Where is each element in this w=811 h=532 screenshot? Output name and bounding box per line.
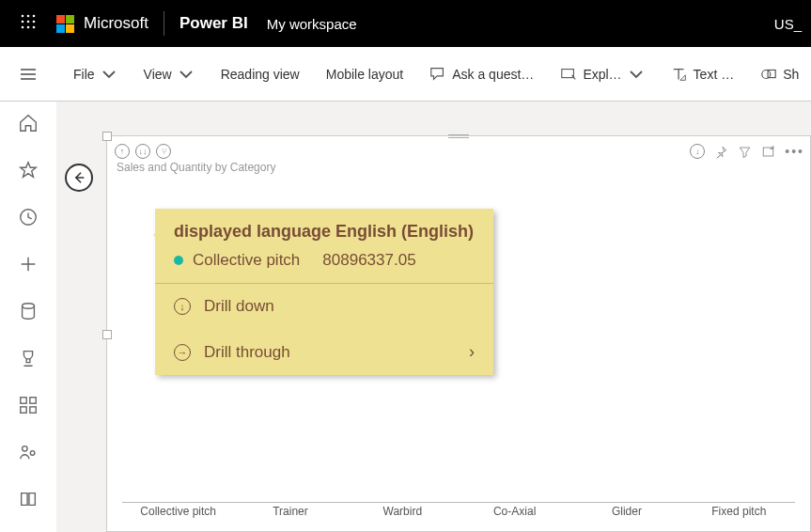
svg-point-22 — [30, 451, 35, 456]
svg-point-0 — [22, 14, 24, 17]
tooltip-series: Collective pitch — [193, 251, 300, 270]
brand-text: Microsoft — [84, 14, 148, 33]
explore-menu[interactable]: Expl… — [547, 47, 657, 101]
svg-rect-17 — [21, 398, 26, 403]
svg-rect-12 — [562, 69, 574, 77]
visual-title: Sales and Quantity by Category — [117, 161, 275, 174]
toolbar: File View Reading view Mobile layout Ask… — [0, 47, 811, 102]
home-icon[interactable] — [18, 113, 39, 133]
view-menu[interactable]: View — [131, 47, 208, 101]
recent-icon[interactable] — [18, 207, 39, 227]
svg-point-16 — [23, 304, 35, 309]
microsoft-logo[interactable]: Microsoft — [56, 14, 148, 33]
filter-icon[interactable] — [738, 145, 752, 159]
workspace-name[interactable]: My workspace — [267, 16, 357, 32]
drill-down-label: Drill down — [204, 297, 274, 316]
divider — [164, 11, 164, 36]
file-menu[interactable]: File — [60, 47, 131, 101]
mobile-layout-label: Mobile layout — [326, 67, 404, 82]
drill-through-icon: → — [174, 344, 191, 361]
svg-point-21 — [23, 446, 27, 452]
svg-rect-20 — [30, 407, 36, 413]
chevron-right-icon: › — [469, 342, 475, 362]
visual-header: ↑ ↓↓ ⑂ ↓ ••• — [115, 142, 804, 161]
back-button[interactable] — [65, 164, 93, 192]
svg-point-8 — [33, 25, 36, 28]
drill-through-action[interactable]: → Drill through › — [155, 329, 493, 375]
shapes-button[interactable]: Sh — [747, 47, 811, 101]
svg-rect-18 — [30, 398, 36, 403]
create-icon[interactable] — [18, 254, 39, 274]
shapes-label: Sh — [783, 67, 799, 82]
drill-through-label: Drill through — [204, 343, 290, 362]
apps-icon[interactable] — [18, 395, 39, 415]
resize-handle-top[interactable] — [448, 134, 469, 138]
svg-point-6 — [22, 25, 24, 28]
reading-view-button[interactable]: Reading view — [208, 47, 313, 101]
drill-up-icon[interactable]: ↑ — [115, 144, 130, 159]
series-color-dot — [174, 256, 183, 265]
ask-question-button[interactable]: Ask a quest… — [416, 47, 547, 101]
nav-toggle-icon[interactable] — [0, 47, 56, 102]
app-name[interactable]: Power BI — [179, 14, 248, 33]
language-indicator[interactable]: US_ — [774, 16, 802, 32]
pin-icon[interactable] — [714, 145, 728, 159]
svg-point-4 — [27, 20, 30, 23]
svg-point-5 — [33, 20, 36, 23]
x-axis-label: Collective pitch — [132, 505, 226, 522]
drill-down-icon: ↓ — [174, 298, 191, 315]
datasets-icon[interactable] — [18, 301, 39, 321]
textbox-button[interactable]: Text … — [658, 47, 748, 101]
x-axis-label: Warbird — [355, 505, 449, 522]
tooltip-header: displayed language English (English) — [155, 209, 493, 251]
shared-icon[interactable] — [18, 442, 39, 462]
goals-icon[interactable] — [18, 348, 39, 368]
tooltip-value-row: Collective pitch 80896337.05 — [155, 251, 493, 283]
textbox-label: Text … — [694, 67, 735, 82]
svg-point-3 — [22, 20, 24, 23]
reading-view-label: Reading view — [221, 67, 300, 82]
view-label: View — [144, 67, 172, 82]
svg-point-7 — [27, 25, 30, 28]
focus-mode-icon[interactable] — [761, 145, 775, 159]
left-nav — [0, 102, 56, 532]
app-header: Microsoft Power BI My workspace US_ — [0, 0, 811, 47]
more-options-icon[interactable]: ••• — [785, 144, 804, 159]
expand-next-level-icon[interactable]: ⑂ — [156, 144, 171, 159]
drill-down-action[interactable]: ↓ Drill down — [155, 284, 493, 329]
drill-mode-icon[interactable]: ↓ — [690, 144, 705, 159]
svg-point-2 — [33, 14, 36, 17]
explore-label: Expl… — [583, 67, 621, 82]
learn-icon[interactable] — [18, 489, 39, 509]
datapoint-tooltip: displayed language English (English) Col… — [155, 209, 493, 375]
ask-question-label: Ask a quest… — [452, 67, 534, 82]
svg-point-1 — [27, 14, 30, 17]
x-axis-label: Fixed pitch — [692, 505, 786, 522]
app-launcher-icon[interactable] — [9, 14, 47, 34]
mobile-layout-button[interactable]: Mobile layout — [313, 47, 417, 101]
favorites-icon[interactable] — [18, 160, 39, 180]
tooltip-value: 80896337.05 — [322, 251, 415, 270]
file-label: File — [73, 67, 95, 82]
x-axis-label: Glider — [580, 505, 674, 522]
x-axis-label: Co-Axial — [468, 505, 562, 522]
svg-rect-19 — [21, 407, 26, 413]
drill-down-all-icon[interactable]: ↓↓ — [135, 144, 150, 159]
x-axis-label: Trainer — [243, 505, 337, 522]
